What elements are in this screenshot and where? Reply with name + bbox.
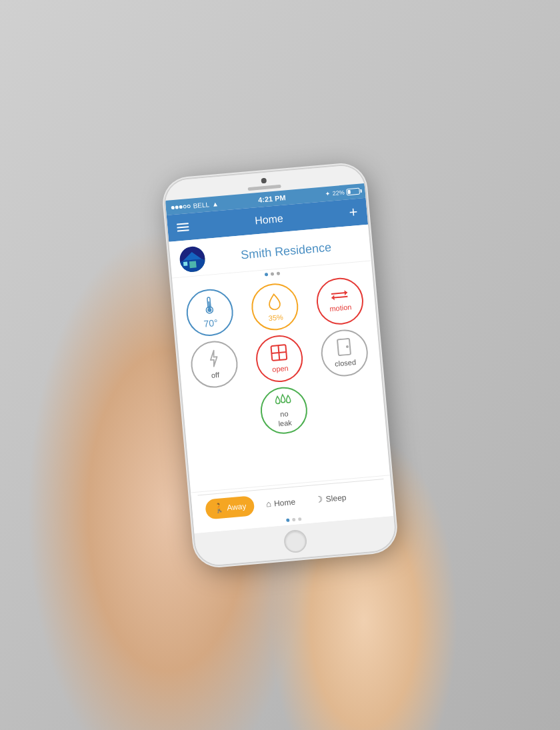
- scene: BELL ▲ 4:21 PM ✦ 22% Home +: [0, 0, 560, 730]
- door-value: closed: [335, 357, 357, 368]
- sensors-section: 70° 35%: [173, 271, 386, 446]
- residence-avatar-image: [179, 245, 206, 273]
- svg-rect-17: [337, 338, 351, 355]
- temperature-value: 70°: [203, 317, 219, 330]
- signal-dot-3: [179, 205, 182, 208]
- window-tile[interactable]: open: [254, 333, 305, 384]
- power-tile[interactable]: off: [189, 339, 240, 389]
- status-right: ✦ 22%: [325, 187, 360, 197]
- door-tile[interactable]: closed: [319, 327, 370, 378]
- tab-dot-3: [298, 517, 301, 521]
- menu-button[interactable]: [177, 223, 189, 232]
- battery-fill: [347, 189, 350, 193]
- leak-value: noleak: [277, 409, 292, 428]
- bluetooth-icon: ✦: [325, 190, 331, 197]
- power-value: off: [211, 370, 219, 379]
- svg-rect-3: [189, 261, 197, 268]
- tab-sleep[interactable]: ☽ Sleep: [307, 486, 355, 510]
- phone-screen: Smith Residence: [169, 224, 393, 533]
- door-icon: [336, 337, 352, 358]
- signal-dots: [171, 204, 191, 209]
- leak-drops-icon: [273, 392, 294, 409]
- motion-tile[interactable]: motion: [315, 275, 365, 326]
- motion-value: motion: [329, 303, 352, 313]
- phone-device: BELL ▲ 4:21 PM ✦ 22% Home +: [163, 164, 396, 567]
- tab-home[interactable]: ⌂ Home: [257, 491, 304, 515]
- signal-dot-2: [175, 205, 179, 208]
- window-value: open: [272, 363, 289, 373]
- page-dot-2: [270, 272, 273, 275]
- signal-dot-5: [187, 204, 190, 207]
- page-dot-3: [276, 271, 279, 275]
- drop-icon: [266, 291, 283, 313]
- leak-tile[interactable]: noleak: [259, 385, 309, 435]
- home-icon: ⌂: [266, 498, 272, 509]
- sleep-label: Sleep: [325, 492, 347, 503]
- phone-speaker: [248, 184, 281, 190]
- residence-avatar: [179, 245, 206, 273]
- tab-dot-1: [286, 518, 289, 521]
- temperature-tile[interactable]: 70°: [185, 287, 235, 337]
- thermometer-icon: [201, 295, 218, 317]
- signal-dot-4: [183, 204, 186, 207]
- hamburger-line-3: [177, 229, 189, 232]
- svg-rect-4: [183, 261, 188, 266]
- hamburger-line-1: [177, 223, 189, 225]
- nav-title: Home: [254, 212, 283, 227]
- window-icon: [269, 343, 288, 363]
- battery-percent: 22%: [332, 189, 345, 197]
- battery-bar: [346, 187, 360, 195]
- humidity-value: 35%: [268, 313, 283, 323]
- signal-dot-1: [171, 205, 175, 209]
- tab-dot-2: [292, 517, 295, 521]
- status-time: 4:21 PM: [258, 193, 286, 204]
- away-label: Away: [227, 501, 247, 511]
- humidity-tile[interactable]: 35%: [249, 281, 300, 332]
- svg-point-18: [346, 345, 349, 347]
- wifi-icon: ▲: [212, 199, 219, 207]
- page-dot-1: [264, 273, 267, 276]
- add-button[interactable]: +: [349, 205, 359, 220]
- hamburger-line-2: [177, 226, 189, 229]
- away-icon: 🚶: [213, 503, 225, 513]
- home-button[interactable]: [283, 529, 308, 553]
- sensor-row-2: off open: [183, 327, 376, 389]
- sleep-icon: ☽: [315, 494, 323, 505]
- svg-marker-13: [210, 350, 218, 367]
- lightning-icon: [207, 348, 221, 369]
- home-label: Home: [273, 497, 295, 508]
- residence-name: Smith Residence: [211, 237, 361, 264]
- phone-camera: [261, 177, 267, 183]
- carrier-label: BELL: [193, 200, 209, 209]
- motion-arrows-icon: [329, 289, 349, 303]
- tab-away[interactable]: 🚶 Away: [205, 495, 255, 519]
- status-left: BELL ▲: [171, 199, 219, 211]
